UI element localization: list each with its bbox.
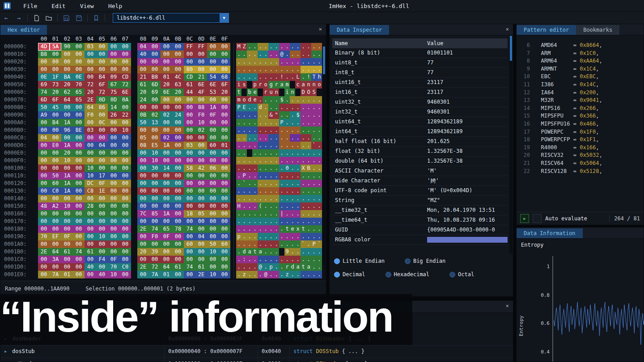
hex-byte[interactable]: 00: [119, 51, 131, 58]
pattern-code-line[interactable]: 17 POWERPC = 0x1F0,: [517, 128, 644, 136]
hex-byte[interactable]: 20: [61, 149, 73, 157]
hex-ascii-char[interactable]: .: [284, 96, 290, 104]
hex-byte[interactable]: 6E: [195, 81, 207, 88]
hex-ascii-char[interactable]: .: [279, 218, 284, 225]
inspector-row[interactable]: __time32_tMon, 20.04.1970 13:51: [332, 206, 508, 215]
hex-ascii-char[interactable]: .: [295, 104, 301, 111]
hex-byte[interactable]: 00: [96, 218, 108, 225]
hex-ascii-char[interactable]: .: [306, 66, 311, 73]
hex-byte[interactable]: 1A: [61, 180, 73, 187]
hex-ascii-char[interactable]: .: [295, 58, 301, 66]
pattern-data-row[interactable]: ▸dosStub0x00000040 : 0x0000007F0x0040str…: [0, 345, 513, 358]
hex-byte[interactable]: 00: [73, 225, 85, 233]
hex-ascii-char[interactable]: .: [263, 51, 268, 58]
hex-ascii-char[interactable]: .: [263, 66, 268, 73]
hex-byte[interactable]: 00: [85, 134, 96, 142]
hex-ascii-char[interactable]: .: [274, 51, 279, 58]
hex-byte[interactable]: 20: [61, 81, 73, 88]
hex-byte[interactable]: 00: [50, 263, 61, 271]
hex-ascii-char[interactable]: `: [242, 180, 247, 187]
hex-byte[interactable]: 00: [172, 43, 184, 51]
hex-byte[interactable]: 00: [108, 195, 119, 202]
hex-byte[interactable]: 00: [85, 210, 96, 218]
hex-ascii-char[interactable]: .: [284, 104, 290, 111]
hex-ascii-char[interactable]: c: [295, 81, 301, 88]
hex-ascii-char[interactable]: .: [268, 142, 274, 149]
hex-ascii-char[interactable]: .: [274, 271, 279, 278]
hex-ascii-char[interactable]: p: [252, 81, 258, 88]
pattern-code-line[interactable]: 13 M32R = 0x9041,: [517, 97, 644, 105]
hex-byte[interactable]: 00: [96, 149, 108, 157]
hex-ascii-char[interactable]: .: [306, 149, 311, 157]
inspector-col-name[interactable]: Name: [335, 38, 427, 48]
hex-ascii-char[interactable]: .: [306, 126, 311, 134]
hex-byte[interactable]: 00: [61, 111, 73, 119]
hex-byte[interactable]: 00: [137, 271, 149, 278]
hex-byte[interactable]: 03: [85, 43, 96, 51]
hex-byte[interactable]: EF: [50, 233, 61, 240]
hex-ascii-char[interactable]: .: [242, 240, 247, 248]
hex-ascii-char[interactable]: .: [252, 58, 258, 66]
hex-ascii-char[interactable]: .: [284, 149, 290, 157]
hex-byte[interactable]: B8: [149, 73, 161, 81]
hex-byte[interactable]: C0: [119, 263, 131, 271]
hex-ascii-char[interactable]: .: [268, 233, 274, 240]
hex-ascii-char[interactable]: e: [252, 88, 258, 96]
hex-byte[interactable]: 7C: [137, 210, 149, 218]
hex-ascii-char[interactable]: .: [284, 142, 290, 149]
hex-ascii-char[interactable]: .: [242, 119, 247, 126]
pattern-code-line[interactable]: 18 POWERPCFP = 0x1F1,: [517, 136, 644, 144]
hex-byte[interactable]: 96: [61, 126, 73, 134]
hex-ascii-char[interactable]: .: [311, 164, 317, 172]
hex-ascii-char[interactable]: .: [263, 164, 268, 172]
hex-byte[interactable]: 00: [137, 164, 149, 172]
hex-byte[interactable]: 00: [38, 164, 50, 172]
hex-byte[interactable]: 00: [119, 149, 131, 157]
hex-byte[interactable]: 00: [119, 218, 131, 225]
hex-ascii-char[interactable]: .: [236, 240, 242, 248]
hex-byte[interactable]: 50: [137, 119, 149, 126]
hex-ascii-char[interactable]: .: [247, 202, 252, 210]
tab-hex-editor[interactable]: Hex editor: [0, 25, 47, 35]
hex-byte[interactable]: 00: [219, 187, 230, 195]
pattern-code-line[interactable]: 22 RISCV128 = 0x5128,: [517, 168, 644, 176]
hex-ascii-char[interactable]: .: [252, 210, 258, 218]
hex-byte[interactable]: 00: [85, 51, 96, 58]
hex-byte[interactable]: 00: [119, 104, 131, 111]
hex-byte[interactable]: 00: [61, 134, 73, 142]
hex-byte[interactable]: 00: [108, 134, 119, 142]
hex-ascii-char[interactable]: .: [268, 248, 274, 256]
hex-ascii-char[interactable]: .: [236, 111, 242, 119]
hex-byte[interactable]: 00: [38, 149, 50, 157]
hex-byte[interactable]: 0A: [119, 96, 131, 104]
inspector-row[interactable]: float (32 bit)1.32567E-38: [332, 147, 508, 156]
hex-ascii-char[interactable]: .: [311, 157, 317, 164]
hex-byte[interactable]: 01: [219, 142, 230, 149]
hex-byte[interactable]: 00: [73, 51, 85, 58]
hex-byte[interactable]: 00: [219, 248, 230, 256]
hex-ascii-char[interactable]: .: [247, 119, 252, 126]
hex-byte[interactable]: 74: [184, 225, 195, 233]
hex-byte[interactable]: 00: [73, 263, 85, 271]
hex-byte[interactable]: 00: [85, 149, 96, 157]
hex-ascii-char[interactable]: .: [274, 104, 279, 111]
hex-byte[interactable]: 02: [161, 111, 172, 119]
hex-byte[interactable]: 61: [85, 248, 96, 256]
hex-ascii-char[interactable]: .: [236, 256, 242, 263]
hex-byte[interactable]: 20: [137, 248, 149, 256]
hex-byte[interactable]: 00: [85, 225, 96, 233]
hex-byte[interactable]: 00: [219, 256, 230, 263]
pattern-code-line[interactable]: 21 RISCV64 = 0x5064,: [517, 160, 644, 168]
hex-ascii-char[interactable]: .: [295, 218, 301, 225]
hex-ascii-char[interactable]: s: [242, 81, 247, 88]
hex-byte[interactable]: 00: [149, 66, 161, 73]
hex-ascii-char[interactable]: .: [290, 248, 295, 256]
hex-ascii-char[interactable]: .: [247, 233, 252, 240]
hex-ascii-char[interactable]: m: [284, 81, 290, 88]
hex-ascii-char[interactable]: .: [295, 164, 301, 172]
hex-ascii-char[interactable]: .: [274, 256, 279, 263]
hex-byte[interactable]: 00: [219, 157, 230, 164]
hex-byte[interactable]: 00: [219, 58, 230, 66]
hex-byte[interactable]: 00: [119, 233, 131, 240]
hex-ascii-char[interactable]: .: [279, 43, 284, 51]
